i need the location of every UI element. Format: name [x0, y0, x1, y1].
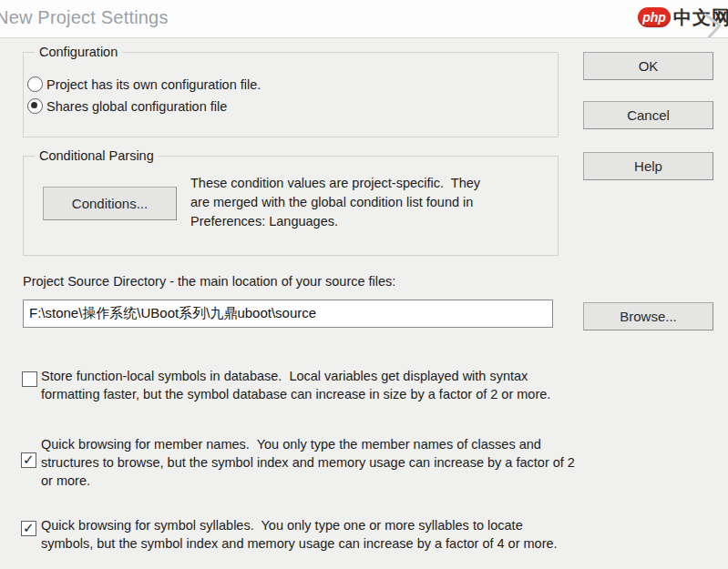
php-logo-badge: php	[638, 7, 671, 27]
new-project-settings-dialog: New Project Settings php 中文网 Configurati…	[0, 0, 728, 569]
browse-button[interactable]: Browse...	[583, 302, 713, 330]
checkbox-symbol-syllables[interactable]	[21, 521, 36, 536]
conditions-button[interactable]: Conditions...	[43, 187, 177, 220]
configuration-group: Configuration Project has its own config…	[23, 52, 559, 137]
checkbox-local-symbols-label: Store function-local symbols in database…	[41, 367, 661, 403]
radio-row-own-config[interactable]: Project has its own configuration file.	[27, 76, 261, 92]
source-directory-input[interactable]	[23, 300, 553, 328]
radio-row-global-config[interactable]: Shares global configuration file	[27, 98, 227, 114]
checkbox-member-names[interactable]	[21, 452, 36, 468]
chevron-right-icon	[702, 12, 726, 40]
checkbox-local-symbols[interactable]	[22, 371, 37, 387]
radio-global-config-label: Shares global configuration file	[46, 99, 227, 114]
help-button[interactable]: Help	[583, 152, 713, 180]
dialog-body: Configuration Project has its own config…	[0, 37, 728, 569]
ok-button[interactable]: OK	[583, 52, 713, 80]
source-directory-label: Project Source Directory - the main loca…	[23, 274, 395, 289]
conditional-parsing-legend: Conditional Parsing	[35, 148, 159, 163]
cancel-button[interactable]: Cancel	[583, 101, 713, 129]
radio-global-config[interactable]	[27, 98, 43, 114]
checkbox-symbol-syllables-label: Quick browsing for symbol syllables. You…	[41, 516, 670, 553]
conditional-parsing-group: Conditional Parsing Conditions... These …	[23, 156, 559, 256]
page-title: New Project Settings	[0, 7, 169, 28]
radio-own-config[interactable]	[27, 76, 43, 92]
conditional-parsing-description: These condition values are project-speci…	[190, 174, 550, 231]
radio-own-config-label: Project has its own configuration file.	[46, 77, 261, 92]
checkbox-member-names-label: Quick browsing for member names. You onl…	[41, 435, 670, 490]
configuration-legend: Configuration	[35, 45, 122, 59]
title-bar: New Project Settings php 中文网	[0, 0, 728, 37]
